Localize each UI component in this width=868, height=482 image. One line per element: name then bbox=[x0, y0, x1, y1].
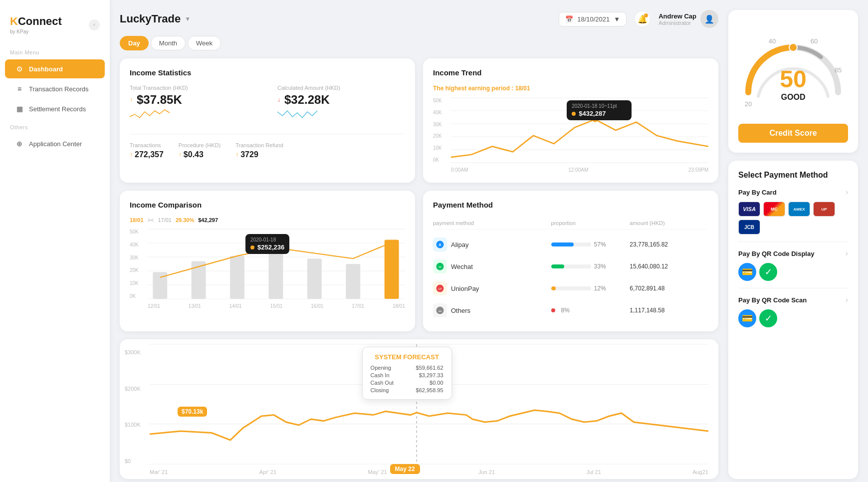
wechat-proportion: 33% bbox=[551, 263, 630, 270]
pay-by-qr-display-header[interactable]: Pay By QR Code Display › bbox=[738, 249, 848, 258]
credit-score-button[interactable]: Credit Score bbox=[738, 124, 848, 143]
proc-up-icon: ↑ bbox=[179, 151, 182, 158]
unionpay-icon: UP bbox=[433, 281, 447, 295]
period-tab-week[interactable]: Week bbox=[188, 36, 221, 50]
income-stats-top: Total Transaction (HKD) ↑ $37.85K Calcul… bbox=[130, 85, 405, 124]
pay-by-qr-scan-header[interactable]: Pay By QR Code Scan › bbox=[738, 295, 848, 304]
wechat-progress bbox=[551, 264, 591, 268]
income-comparison-card: Income Comparison 18/01 >< 17/01 29.30% … bbox=[120, 191, 415, 331]
price-label: $70.13k bbox=[178, 407, 207, 417]
jcb-badge: JCB bbox=[738, 220, 760, 235]
wechat-icon: W bbox=[433, 259, 447, 273]
sidebar: KConnect by KPay ‹ Main Menu ⊙ Dashboard… bbox=[0, 0, 110, 482]
gauge-svg: 50 GOOD 20 40 60 85 bbox=[738, 22, 848, 117]
dashboard-icon: ⊙ bbox=[15, 64, 24, 73]
logo-sub: by KPay bbox=[10, 29, 62, 34]
unionpay-progress bbox=[551, 286, 591, 290]
svg-text:UP: UP bbox=[438, 287, 442, 290]
visa-badge: VISA bbox=[738, 202, 760, 217]
transaction-icon: ≡ bbox=[15, 84, 24, 93]
trend-tooltip-value: $432,287 bbox=[579, 110, 606, 117]
pay-by-qr-display-title: Pay By QR Code Display bbox=[738, 250, 814, 257]
unionpay-name: UP UnionPay bbox=[433, 281, 551, 295]
trend-tooltip-date: 2020-01-18 10~11pt bbox=[572, 103, 627, 109]
forecast-cash-in: $3,297.33 bbox=[419, 372, 443, 378]
user-name: Andrew Cap bbox=[658, 12, 696, 20]
comparison-tooltip: 2020-01-18 $252,236 bbox=[245, 234, 289, 254]
period-tab-month[interactable]: Month bbox=[151, 36, 186, 50]
sidebar-section-others: Others bbox=[0, 119, 110, 133]
payment-row-wechat: W Wechat 33% 15,640,080.12 bbox=[433, 255, 708, 277]
others-proportion: 8% bbox=[551, 307, 630, 314]
sidebar-item-transaction-records[interactable]: ≡ Transaction Records bbox=[5, 79, 105, 98]
wechat-amount: 15,640,080.12 bbox=[630, 263, 708, 270]
payment-select-card: Select Payment Method Pay By Card › VISA… bbox=[728, 161, 858, 479]
pay-by-qr-display-section: Pay By QR Code Display › 💳 ✓ bbox=[738, 249, 848, 288]
legend-up: 29.30% bbox=[176, 217, 194, 223]
wechat-label: Wechat bbox=[451, 263, 473, 270]
svg-text:W: W bbox=[438, 265, 441, 268]
system-forecast-tooltip: SYSTEM FORECAST Opening $59,661.62 Cash … bbox=[362, 347, 452, 400]
pay-by-qr-scan-section: Pay By QR Code Scan › 💳 ✓ bbox=[738, 295, 848, 334]
svg-text:85: 85 bbox=[835, 66, 842, 74]
sidebar-collapse-btn[interactable]: ‹ bbox=[89, 19, 100, 30]
total-mini-chart bbox=[130, 107, 170, 122]
pay-by-card-chevron: › bbox=[846, 188, 848, 197]
wechat-fill bbox=[551, 264, 564, 268]
refund-value: 3729 bbox=[240, 150, 258, 159]
income-trend-card: Income Trend The highest earning period … bbox=[423, 58, 718, 183]
alipay-label: Alipay bbox=[451, 241, 468, 248]
payment-table-header: payment method proportion amount (HKD) bbox=[433, 217, 708, 230]
sidebar-item-label: Dashboard bbox=[29, 65, 63, 73]
alipay-fill bbox=[551, 242, 574, 246]
pay-by-qr-scan-icons: 💳 ✓ bbox=[738, 309, 848, 327]
user-info: Andrew Cap Administrator 👤 bbox=[658, 10, 718, 28]
total-transaction-stat: Total Transaction (HKD) ↑ $37.85K bbox=[130, 85, 257, 124]
logo-text: KConnect bbox=[10, 15, 62, 28]
forecast-title: SYSTEM FORECAST bbox=[371, 353, 443, 361]
title-dropdown-icon[interactable]: ▼ bbox=[185, 15, 191, 22]
payment-row-alipay: A Alipay 57% 23,778,165.82 bbox=[433, 234, 708, 255]
others-pct: 8% bbox=[561, 307, 570, 314]
unionpay-card-badge: UP bbox=[813, 202, 835, 217]
comparison-legend: 18/01 >< 17/01 29.30% $42,297 bbox=[130, 217, 405, 223]
svg-rect-19 bbox=[385, 240, 399, 299]
sidebar-item-application-center[interactable]: ⊕ Application Center bbox=[5, 134, 105, 153]
income-stats-bottom: Transactions ↑ 272,357 Procedure (HKD) ↑… bbox=[130, 134, 405, 159]
avatar: 👤 bbox=[700, 10, 718, 28]
refund-stat: Transaction Refund ↑ 3729 bbox=[235, 142, 283, 159]
others-label: Others bbox=[451, 307, 470, 314]
calculated-amount-stat: Calculated Amount (HKD) ↓ $32.28K bbox=[277, 85, 405, 124]
date-picker[interactable]: 📅 18/10/2021 ▼ bbox=[559, 12, 627, 26]
settlement-icon: ▦ bbox=[15, 104, 24, 113]
mastercard-badge: MC bbox=[763, 202, 785, 217]
user-role: Administrator bbox=[658, 20, 696, 26]
unionpay-proportion: 12% bbox=[551, 285, 630, 292]
transactions-label: Transactions bbox=[130, 142, 164, 148]
others-amount: 1,117,148.58 bbox=[630, 307, 708, 314]
pay-by-card-header[interactable]: Pay By Card › bbox=[738, 188, 848, 197]
svg-rect-18 bbox=[346, 264, 360, 299]
col-amount: amount (HKD) bbox=[630, 220, 708, 226]
notification-btn[interactable]: 🔔 bbox=[635, 11, 651, 27]
procedure-label: Procedure (HKD) bbox=[179, 142, 220, 148]
svg-rect-16 bbox=[269, 250, 283, 299]
sidebar-item-label: Transaction Records bbox=[29, 85, 88, 93]
unionpay-pct: 12% bbox=[594, 285, 606, 292]
legend-amount: $42,297 bbox=[198, 217, 218, 223]
alipay-scan-icon: 💳 bbox=[738, 309, 756, 327]
sidebar-item-settlement-records[interactable]: ▦ Settlement Records bbox=[5, 99, 105, 118]
forecast-closing: $62,958.95 bbox=[416, 387, 443, 393]
svg-text:20: 20 bbox=[745, 100, 752, 108]
payment-row-others: ●● Others 8% 1,117,148.58 bbox=[433, 299, 708, 321]
calculated-mini-chart bbox=[277, 107, 317, 122]
bottom-chart-card: $300K $200K $100K $0 $70.13k May 22 bbox=[120, 339, 718, 479]
right-panel: 50 GOOD 20 40 60 85 Credit Score Select … bbox=[728, 0, 868, 482]
unionpay-label: UnionPay bbox=[451, 285, 479, 292]
sidebar-item-label: Application Center bbox=[29, 140, 82, 148]
qr-display-chevron: › bbox=[846, 249, 848, 258]
forecast-opening: $59,661.62 bbox=[416, 365, 443, 371]
period-tab-day[interactable]: Day bbox=[120, 36, 149, 50]
qr-scan-chevron: › bbox=[846, 295, 848, 304]
sidebar-item-dashboard[interactable]: ⊙ Dashboard bbox=[5, 59, 105, 78]
